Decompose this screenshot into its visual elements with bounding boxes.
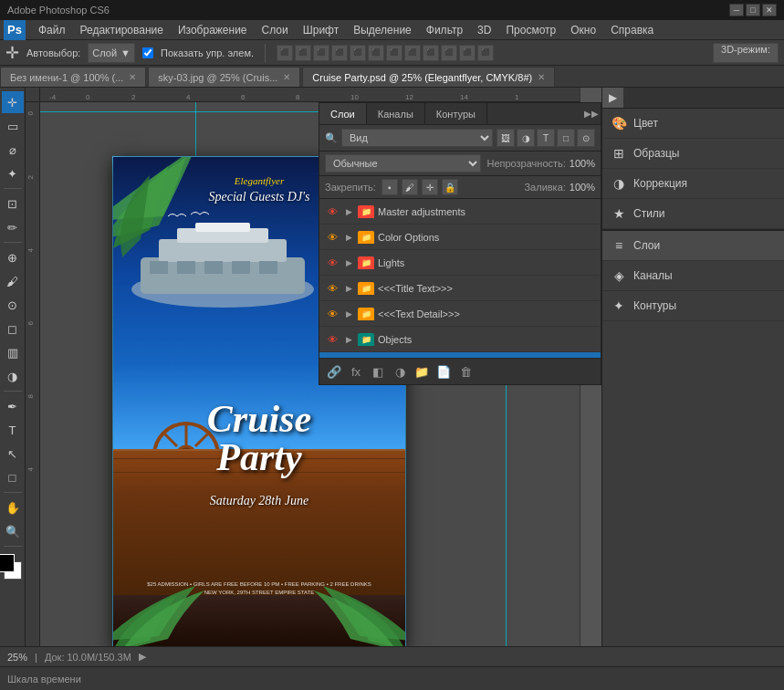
layer-expand-objects[interactable]: ▶ — [343, 334, 354, 345]
layer-eye-objects[interactable]: 👁 — [325, 332, 340, 347]
menu-layers[interactable]: Слои — [255, 22, 296, 38]
lock-transparent-icon[interactable]: ▪ — [382, 179, 398, 195]
type-tool[interactable]: T — [2, 419, 24, 441]
distribute-bottom-icon[interactable]: ⬛ — [477, 45, 494, 61]
layers-delete-button[interactable]: 🗑 — [456, 362, 475, 381]
lasso-tool[interactable]: ⌀ — [2, 139, 24, 161]
color-swatches[interactable] — [0, 554, 29, 587]
layers-opacity-value[interactable]: 100% — [570, 158, 595, 169]
layer-expand-title-text[interactable]: ▶ — [343, 283, 354, 294]
zoom-tool[interactable]: 🔍 — [2, 520, 24, 542]
eraser-tool[interactable]: ◻ — [2, 318, 24, 340]
title-bar-controls[interactable]: ─ □ ✕ — [729, 4, 777, 16]
magic-wand-tool[interactable]: ✦ — [2, 162, 24, 184]
3d-mode-button[interactable]: 3D-режим: — [713, 43, 779, 63]
layer-item-title-text[interactable]: 👁 ▶ 📁 <<<Title Text>>> — [319, 276, 601, 301]
tab-cruise-close[interactable]: ✕ — [538, 72, 545, 82]
clone-tool[interactable]: ⊙ — [2, 294, 24, 316]
distribute-top-icon[interactable]: ⬛ — [441, 45, 457, 61]
layer-expand-color-options[interactable]: ▶ — [343, 232, 354, 243]
swatches-panel-item[interactable]: ⊞ Образцы — [602, 139, 784, 169]
layer-expand-master[interactable]: ▶ — [343, 206, 354, 217]
layers-group-button[interactable]: 📁 — [413, 362, 431, 381]
brush-tool[interactable]: 🖌 — [2, 270, 24, 292]
layers-mask-button[interactable]: ◧ — [369, 362, 387, 381]
menu-image[interactable]: Изображение — [171, 22, 255, 38]
align-middle-icon[interactable]: ⬛ — [350, 45, 366, 61]
show-controls-checkbox[interactable] — [142, 47, 153, 58]
layers-filter-adj[interactable]: ◑ — [517, 129, 535, 147]
tab-cruise-party[interactable]: Cruise Party.psd @ 25% (Elegantflyer, CM… — [302, 67, 555, 87]
move-tool[interactable]: ✛ — [2, 91, 24, 113]
menu-3d[interactable]: 3D — [470, 22, 498, 38]
close-button[interactable]: ✕ — [762, 4, 777, 16]
hand-tool[interactable]: ✋ — [2, 497, 24, 518]
layers-tab-sloi[interactable]: Слои — [319, 103, 367, 124]
layer-eye-color-options[interactable]: 👁 — [325, 230, 340, 245]
menu-font[interactable]: Шрифт — [296, 22, 346, 38]
tab-unnamed-close[interactable]: ✕ — [129, 72, 136, 82]
maximize-button[interactable]: □ — [746, 4, 760, 16]
align-right-icon[interactable]: ⬛ — [313, 45, 329, 61]
distribute-left-icon[interactable]: ⬛ — [386, 45, 402, 61]
minimize-button[interactable]: ─ — [729, 4, 744, 16]
marquee-tool[interactable]: ▭ — [2, 115, 24, 137]
status-arrow[interactable]: ▶ — [139, 651, 146, 663]
move-tool-icon[interactable]: ✛ — [5, 43, 19, 63]
layers-tab-kontury[interactable]: Контуры — [425, 103, 487, 124]
distribute-right-icon[interactable]: ⬛ — [423, 45, 439, 61]
layers-fx-button[interactable]: fx — [347, 362, 365, 381]
layers-new-button[interactable]: 📄 — [434, 362, 453, 381]
lock-move-icon[interactable]: ✛ — [422, 179, 438, 195]
layer-item-master[interactable]: 👁 ▶ 📁 Master adjustments — [319, 199, 601, 225]
menu-filter[interactable]: Фильтр — [419, 22, 470, 38]
layers-filter-smart[interactable]: ⊙ — [577, 129, 595, 147]
layer-eye-title-text[interactable]: 👁 — [325, 281, 340, 296]
paths2-panel-item[interactable]: ✦ Контуры — [602, 291, 784, 321]
layers-filter-shape[interactable]: □ — [557, 129, 575, 147]
lock-all-icon[interactable]: 🔒 — [442, 179, 458, 195]
layers-filter-type[interactable]: T — [537, 129, 555, 147]
distribute-center-icon[interactable]: ⬛ — [404, 45, 421, 61]
layers-blend-dropdown[interactable]: Обычные — [325, 154, 481, 172]
layers-link-button[interactable]: 🔗 — [325, 362, 343, 381]
pen-tool[interactable]: ✒ — [2, 395, 24, 417]
healing-tool[interactable]: ⊕ — [2, 246, 24, 268]
layers-tab-kanaly[interactable]: Каналы — [367, 103, 425, 124]
crop-tool[interactable]: ⊡ — [2, 193, 24, 214]
path-select-tool[interactable]: ↖ — [2, 443, 24, 465]
shape-tool[interactable]: □ — [2, 466, 24, 488]
menu-window[interactable]: Окно — [563, 22, 603, 38]
layer-item-color-options[interactable]: 👁 ▶ 📁 Color Options — [319, 225, 601, 250]
menu-select[interactable]: Выделение — [346, 22, 419, 38]
menu-view[interactable]: Просмотр — [498, 22, 563, 38]
layer-item-lights[interactable]: 👁 ▶ 📁 Lights — [319, 250, 601, 276]
layers2-panel-item[interactable]: ≡ Слои — [602, 231, 784, 261]
tab-sky[interactable]: sky-03.jpg @ 25% (Cruis... ✕ — [148, 67, 300, 87]
layers-fill-value[interactable]: 100% — [570, 182, 595, 193]
styles-panel-item[interactable]: ★ Стили — [602, 199, 784, 229]
menu-help[interactable]: Справка — [603, 22, 661, 38]
layers-tab-expand[interactable]: ▶▶ — [582, 103, 601, 124]
tab-unnamed[interactable]: Без имени-1 @ 100% (... ✕ — [0, 67, 146, 87]
layer-item-text-detail[interactable]: 👁 ▶ 📁 <<<Text Detail>>> — [319, 301, 601, 327]
menu-edit[interactable]: Редактирование — [73, 22, 171, 38]
color-panel-item[interactable]: 🎨 Цвет — [602, 109, 784, 139]
gradient-tool[interactable]: ▥ — [2, 341, 24, 363]
align-left-icon[interactable]: ⬛ — [277, 45, 293, 61]
eyedropper-tool[interactable]: ✏ — [2, 216, 24, 238]
layers-adjustment-button[interactable]: ◑ — [391, 362, 409, 381]
foreground-color-swatch[interactable] — [0, 554, 15, 572]
layers-search-dropdown[interactable]: Вид — [341, 129, 493, 147]
channels2-panel-item[interactable]: ◈ Каналы — [602, 261, 784, 291]
align-bottom-icon[interactable]: ⬛ — [368, 45, 384, 61]
distribute-middle-icon[interactable]: ⬛ — [459, 45, 476, 61]
dodge-tool[interactable]: ◑ — [2, 365, 24, 387]
layer-expand-text-detail[interactable]: ▶ — [343, 308, 354, 319]
layer-eye-text-detail[interactable]: 👁 — [325, 307, 340, 321]
layer-expand-lights[interactable]: ▶ — [343, 257, 354, 268]
tab-sky-close[interactable]: ✕ — [283, 72, 290, 82]
align-top-icon[interactable]: ⬛ — [331, 45, 348, 61]
layer-item-objects[interactable]: 👁 ▶ 📁 Objects — [319, 327, 601, 352]
auto-select-dropdown[interactable]: Слой ▼ — [88, 43, 135, 63]
